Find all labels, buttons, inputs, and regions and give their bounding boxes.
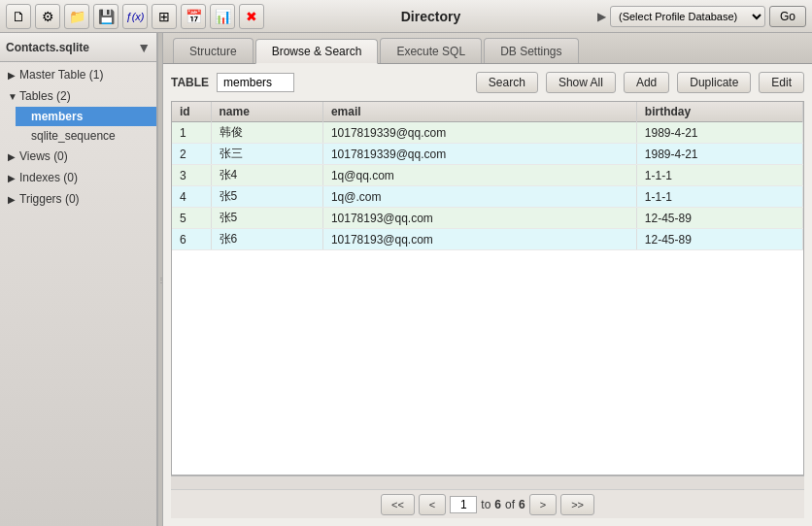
table-body: 1韩俊1017819339@qq.com1989-4-212张三10178193… [172,122,803,250]
cell-id: 2 [172,144,211,165]
col-header-name[interactable]: name [211,102,322,122]
tabs-bar: Structure Browse & Search Execute SQL DB… [163,33,812,64]
cell-birthday: 1989-4-21 [636,122,802,144]
main-layout: Contacts.sqlite ▼ ▶ Master Table (1) ▼ T… [0,33,812,526]
cell-id: 5 [172,208,211,229]
save-button[interactable]: 💾 [93,4,118,29]
cell-id: 6 [172,229,211,250]
db-selector[interactable]: Contacts.sqlite ▼ [0,33,156,62]
tab-structure[interactable]: Structure [173,38,254,63]
cell-birthday: 1-1-1 [636,165,802,186]
col-header-id[interactable]: id [172,102,211,122]
table-row[interactable]: 2张三1017819339@qq.com1989-4-21 [172,144,803,165]
collapse-icon: ▼ [8,91,19,102]
table-label: TABLE [171,76,209,89]
table-controls: TABLE members Search Show All Add Duplic… [171,72,804,93]
cell-email: 1q@qq.com [322,165,636,186]
sidebar-item-indexes[interactable]: ▶ Indexes (0) [0,167,156,188]
sidebar-item-members[interactable]: members [16,107,156,126]
show-all-button[interactable]: Show All [546,72,616,93]
triggers-expand-icon: ▶ [8,194,19,205]
cell-name: 张4 [211,165,322,186]
sidebar-tree: ▶ Master Table (1) ▼ Tables (2) members … [0,62,156,526]
tab-db-settings[interactable]: DB Settings [484,38,578,63]
table-button[interactable]: ⊞ [152,4,177,29]
new-file-button[interactable]: 🗋 [6,4,31,29]
delete-button[interactable]: ✖ [239,4,264,29]
cell-name: 张5 [211,186,322,208]
horizontal-scrollbar[interactable] [171,476,804,489]
sidebar: Contacts.sqlite ▼ ▶ Master Table (1) ▼ T… [0,33,157,526]
prev-page-button[interactable]: < [419,494,446,515]
chart-button[interactable]: 📊 [210,4,235,29]
of-label: of [505,498,515,511]
function-button[interactable]: ƒ(x) [122,4,148,29]
sqlite-sequence-label: sqlite_sequence [31,129,116,143]
views-label: Views (0) [19,149,68,163]
db-arrow-icon: ▼ [137,40,151,55]
cell-name: 韩俊 [211,122,322,144]
cell-email: 10178193@qq.com [322,229,636,250]
table-row[interactable]: 5张510178193@qq.com12-45-89 [172,208,803,229]
indexes-label: Indexes (0) [19,171,78,184]
preferences-button[interactable]: ⚙ [35,4,60,29]
tab-execute-sql[interactable]: Execute SQL [380,38,482,63]
to-label: to [481,498,491,511]
cell-birthday: 12-45-89 [636,229,802,250]
triggers-label: Triggers (0) [19,192,80,206]
page-end: 6 [494,498,501,511]
page-info: to 6 of 6 [450,496,524,513]
sidebar-item-sqlite-sequence[interactable]: sqlite_sequence [16,126,156,146]
views-expand-icon: ▶ [8,151,19,162]
members-label: members [31,110,83,123]
duplicate-button[interactable]: Duplicate [677,72,751,93]
table-row[interactable]: 1韩俊1017819339@qq.com1989-4-21 [172,122,803,144]
indexes-expand-icon: ▶ [8,173,19,183]
pagination: << < to 6 of 6 > >> [171,489,804,518]
open-button[interactable]: 📁 [64,4,89,29]
col-header-email[interactable]: email [322,102,636,122]
tab-browse[interactable]: Browse & Search [255,39,379,64]
calendar-button[interactable]: 📅 [181,4,206,29]
expand-icon: ▶ [8,70,19,81]
app-title: Directory [268,9,593,24]
cell-id: 1 [172,122,211,144]
total-pages: 6 [519,498,525,511]
profile-select[interactable]: (Select Profile Database) [610,6,765,27]
cell-id: 3 [172,165,211,186]
toolbar: 🗋 ⚙ 📁 💾 ƒ(x) ⊞ 📅 📊 ✖ Directory ▶ (Select… [0,0,812,33]
sidebar-item-master-table[interactable]: ▶ Master Table (1) [0,64,156,85]
first-page-button[interactable]: << [381,494,415,515]
page-number-input[interactable] [450,496,477,513]
table-row[interactable]: 4张51q@.com1-1-1 [172,186,803,208]
sidebar-item-views[interactable]: ▶ Views (0) [0,146,156,167]
cell-name: 张5 [211,208,322,229]
table-row[interactable]: 6张610178193@qq.com12-45-89 [172,229,803,250]
col-header-birthday[interactable]: birthday [636,102,802,122]
play-icon: ▶ [597,10,606,23]
last-page-button[interactable]: >> [560,494,594,515]
edit-button[interactable]: Edit [759,72,804,93]
go-button[interactable]: Go [769,6,806,27]
data-table: id name email birthday 1韩俊1017819339@qq.… [172,102,803,250]
cell-name: 张三 [211,144,322,165]
browse-panel: TABLE members Search Show All Add Duplic… [163,64,812,526]
cell-birthday: 1-1-1 [636,186,802,208]
tables-label: Tables (2) [19,89,71,103]
table-name: members [217,73,294,92]
table-row[interactable]: 3张41q@qq.com1-1-1 [172,165,803,186]
add-button[interactable]: Add [624,72,669,93]
db-name: Contacts.sqlite [6,41,137,54]
data-table-wrapper[interactable]: id name email birthday 1韩俊1017819339@qq.… [171,101,804,476]
search-button[interactable]: Search [476,72,538,93]
tables-group: members sqlite_sequence [0,107,156,146]
content-area: Structure Browse & Search Execute SQL DB… [163,33,812,526]
sidebar-item-triggers[interactable]: ▶ Triggers (0) [0,188,156,210]
next-page-button[interactable]: > [529,494,557,515]
cell-id: 4 [172,186,211,208]
cell-birthday: 12-45-89 [636,208,802,229]
cell-email: 1017819339@qq.com [322,144,636,165]
sidebar-item-tables[interactable]: ▼ Tables (2) [0,85,156,107]
table-header-row: id name email birthday [172,102,803,122]
cell-email: 1017819339@qq.com [322,122,636,144]
